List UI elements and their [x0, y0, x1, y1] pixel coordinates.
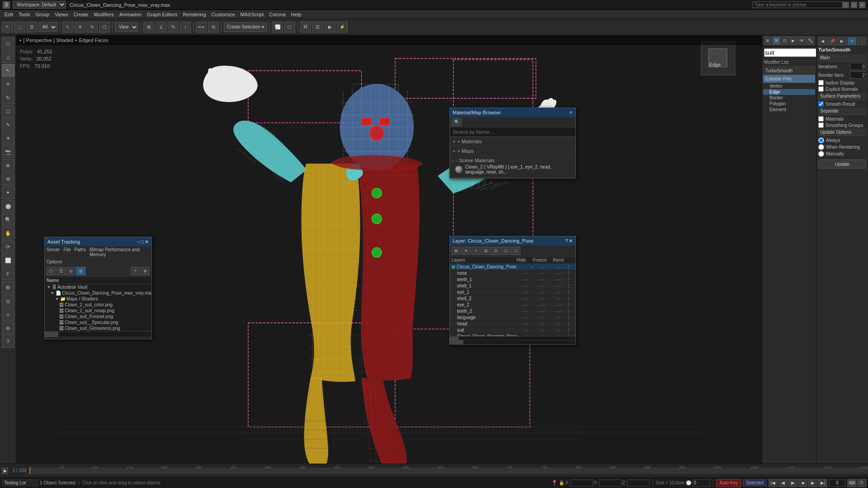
modifier-polygon[interactable]: Polygon [763, 101, 815, 107]
ts-nav-right[interactable]: ▶ [838, 37, 847, 45]
menu-maxscript[interactable]: MAXScript [238, 11, 267, 18]
play-btn[interactable]: ▶ [788, 479, 797, 487]
render-setup-btn[interactable]: ☰ [312, 22, 323, 33]
at-maximize-btn[interactable]: □ [141, 239, 144, 245]
at-fresnel-file[interactable]: 🖼 Clown_suit_Fresnel.png [45, 314, 151, 319]
at-bitmap-menu[interactable]: Bitmap Performance and Memory [90, 247, 150, 257]
layer-shell2[interactable]: shell_2 ---- ---- ---- ⋮ [450, 296, 576, 302]
layer-tool-6[interactable]: ⊡ [491, 247, 500, 255]
create-light-btn[interactable]: ☀ [2, 132, 14, 145]
close-button[interactable]: × [859, 2, 865, 8]
at-gloss-file[interactable]: 🖼 Clown_suit_Glossiness.png [45, 325, 151, 331]
menu-tools[interactable]: Tools [16, 11, 33, 18]
layer-teeth1[interactable]: teeth_1 ---- ---- ---- ⋮ [450, 277, 576, 283]
layer-nose[interactable]: nose ---- ---- ---- ⋮ [450, 270, 576, 277]
create-shapes-btn[interactable]: △ [2, 51, 14, 63]
at-paths-menu[interactable]: Paths [75, 247, 86, 257]
orbit-btn[interactable]: ⟳ [2, 240, 14, 253]
move-btn[interactable]: ✛ [2, 78, 14, 90]
at-help-btn[interactable]: ? [131, 267, 140, 275]
ts-materials-checkbox[interactable] [818, 116, 824, 122]
layer-tool-1[interactable]: ⊞ [452, 247, 461, 255]
utilities-tab-btn[interactable]: 🔧 [807, 37, 814, 45]
search-input[interactable] [752, 1, 843, 8]
mat-maps-header[interactable]: + + Maps [453, 148, 573, 154]
modifier-element[interactable]: Element [763, 107, 815, 113]
timeline-bar[interactable]: 0 50 100 150 200 250 300 350 400 450 500… [29, 464, 868, 477]
create-geo-btn[interactable]: ⬡ [2, 37, 14, 50]
layer-circus-main[interactable]: Circus_Clown_Dancing_Pose ✓ ---- ---- ⋮ [450, 264, 576, 270]
display-tab-btn[interactable]: 👁 [798, 37, 806, 45]
at-nmap-file[interactable]: 🖼 Clown_2_suit_nmap.png [45, 308, 151, 314]
create-helper-btn[interactable]: ⊕ [2, 159, 14, 172]
go-start-btn[interactable]: |◀ [769, 479, 778, 487]
at-options-item[interactable]: Options [47, 259, 62, 264]
layer-teeth2[interactable]: teeth_2 ---- ---- ---- ⋮ [450, 308, 576, 314]
create-spacewarp-btn[interactable]: ⬤ [2, 200, 14, 212]
layer-eye2[interactable]: eye_2 ---- ---- ---- ⋮ [450, 302, 576, 308]
layer-eye1[interactable]: eye_1 ---- ---- ---- ⋮ [450, 289, 576, 296]
percent-snap[interactable]: % [168, 22, 179, 33]
layer-tool-8[interactable]: ⬡ [511, 247, 520, 255]
layer-tool-add[interactable]: + [472, 247, 481, 255]
at-minimize-btn[interactable]: − [137, 239, 140, 245]
modifier-edge[interactable]: Edge [763, 89, 815, 95]
align-tool[interactable]: ⊟ [208, 22, 219, 33]
frame-input[interactable] [829, 479, 845, 487]
ts-always-radio[interactable] [818, 137, 824, 143]
ts-explicit-normals-checkbox[interactable] [818, 86, 824, 92]
ts-smooth-result-checkbox[interactable] [818, 101, 824, 107]
z-coord-input[interactable] [627, 479, 650, 487]
x-coord-input[interactable] [571, 479, 593, 487]
at-tool-2[interactable]: ☰ [57, 267, 66, 275]
hierarchy-tab-btn[interactable]: ⊡ [781, 37, 789, 45]
isolate-btn[interactable]: ◎ [2, 295, 14, 307]
layer-language[interactable]: language ---- ---- ---- ⋮ [450, 314, 576, 321]
select-region-tool[interactable]: ⬚ [14, 22, 25, 33]
create-system-btn[interactable]: ⚙ [2, 173, 14, 185]
modifier-vertex[interactable]: Vertex [763, 83, 815, 89]
select-move-tool[interactable]: ✛ [75, 22, 85, 33]
at-close-btn[interactable]: ✕ [145, 239, 149, 245]
ts-manually-radio[interactable] [818, 151, 824, 157]
pan-btn[interactable]: ✋ [2, 227, 14, 239]
menu-help[interactable]: Help [288, 11, 304, 18]
at-scroll-bar[interactable] [45, 331, 151, 337]
schematic-btn[interactable]: ⬡ [284, 22, 295, 33]
menu-graph-editors[interactable]: Graph Editors [144, 11, 180, 18]
menu-edit[interactable]: Edit [2, 11, 16, 18]
mirror-tool[interactable]: ⟺ [196, 22, 207, 33]
scale-btn[interactable]: ⬡ [2, 105, 14, 117]
layer-suit[interactable]: suit ---- ---- ---- ⋮ [450, 327, 576, 333]
stop-btn[interactable]: ■ [798, 479, 807, 487]
zoom-btn[interactable]: 🔍 [2, 213, 14, 226]
select-rotate-tool[interactable]: ↻ [87, 22, 98, 33]
mat-materials-header[interactable]: + + Materials [453, 139, 573, 144]
mat-scene-header[interactable]: - - Scene Materials [453, 158, 573, 163]
at-color-file[interactable]: 🖼 Clown_2_suit_color.png [45, 302, 151, 308]
minimize-button[interactable]: − [843, 2, 849, 8]
at-maps-folder-item[interactable]: ▼ 📁 Maps / Shaders [45, 296, 151, 302]
material-browser-close[interactable]: ✕ [569, 110, 573, 116]
modify-tab-btn active[interactable]: ⚒ [773, 37, 780, 45]
motion-tab-btn[interactable]: ▶ [789, 37, 797, 45]
layer-circus-sub[interactable]: Circus_Clown_Dancing_Pose ---- ---- ----… [450, 333, 576, 336]
modifier-editable-poly[interactable]: Editable Poly [763, 75, 815, 83]
layer-main-hide[interactable]: ✓ [530, 264, 534, 269]
y-coord-input[interactable] [599, 479, 622, 487]
at-file-menu[interactable]: File [63, 247, 71, 257]
select-all-tool[interactable]: ☰ [26, 22, 37, 33]
quick-render-btn[interactable]: ⚡ [337, 22, 348, 33]
menu-create[interactable]: Create [71, 11, 91, 18]
at-vault-expand[interactable]: ▼ [47, 285, 51, 290]
wire-btn[interactable]: ⊹ [2, 308, 14, 321]
modifier-border[interactable]: Border [763, 95, 815, 101]
create-tab-btn[interactable]: ⊞ [764, 37, 772, 45]
ts-nav-dots[interactable]: ⋮ [857, 37, 866, 45]
select-object-tool[interactable]: ↖ [62, 22, 73, 33]
help-btn[interactable]: ? [2, 335, 14, 348]
ts-iterations-input[interactable]: 0 [850, 63, 866, 70]
menu-group[interactable]: Group [33, 11, 52, 18]
ts-smoothing-groups-checkbox[interactable] [818, 122, 824, 128]
paint-btn[interactable]: ✎ [2, 118, 14, 131]
